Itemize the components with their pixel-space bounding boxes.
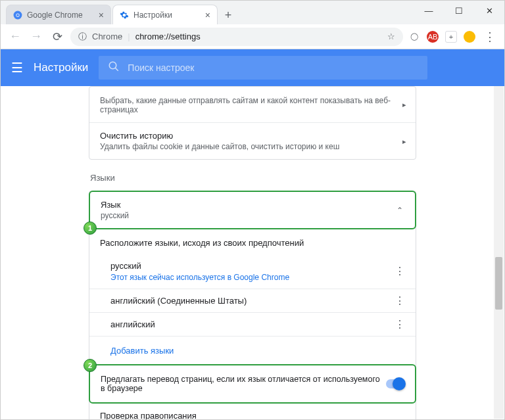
adblock-icon[interactable]: AB [427, 31, 439, 43]
star-icon[interactable]: ☆ [387, 32, 395, 41]
tab-close-icon[interactable]: × [205, 10, 210, 20]
scrollbar-thumb[interactable] [495, 257, 502, 310]
more-icon[interactable]: ⋮ [395, 323, 405, 326]
tab-settings[interactable]: Настройки × [112, 5, 218, 24]
svg-point-2 [16, 14, 19, 16]
tab-close-icon[interactable]: × [99, 10, 104, 20]
settings-search[interactable] [99, 56, 427, 80]
separator: | [128, 32, 130, 41]
language-item-russian: русский Этот язык сейчас используется в … [89, 254, 416, 289]
translate-offer-row: Предлагать перевод страниц, если их язык… [90, 365, 415, 402]
privacy-card: Выбрать, какие данные отправлять сайтам … [89, 86, 416, 160]
row-subtitle: Выбрать, какие данные отправлять сайтам … [100, 96, 405, 114]
language-expand-row[interactable]: Язык русский ⌃ [90, 192, 415, 228]
chrome-favicon [13, 11, 22, 20]
tab-title: Google Chrome [27, 11, 83, 20]
svg-point-3 [110, 62, 117, 69]
info-icon: ⓘ [78, 31, 87, 43]
reload-icon[interactable]: ⟳ [49, 29, 65, 45]
languages-card: Язык русский ⌃ 1 Расположите языки, исхо… [89, 191, 416, 419]
language-item-en: английский ⋮ [89, 313, 416, 337]
search-icon [108, 60, 120, 75]
plus-icon[interactable]: + [445, 31, 457, 43]
chevron-right-icon: ▸ [402, 101, 406, 109]
spellcheck-label: Проверка правописания [100, 411, 405, 419]
tab-title: Настройки [133, 11, 172, 20]
chevron-right-icon: ▸ [402, 137, 406, 145]
scrollbar[interactable] [494, 86, 504, 419]
language-label: Язык [101, 200, 404, 210]
translate-label: Предлагать перевод страниц, если их язык… [101, 375, 386, 393]
extension-icons: ◯ AB + ⋮ [408, 29, 498, 45]
spellcheck-row[interactable]: Проверка правописания русский ⌄ [89, 403, 416, 419]
chevron-down-icon: ⌄ [397, 417, 404, 420]
forward-icon[interactable]: → [28, 29, 44, 45]
lang-name: английский (Соединенные Штаты) [110, 296, 405, 306]
settings-header: ☰ Настройки [1, 49, 504, 86]
avatar-icon[interactable] [464, 31, 475, 43]
svg-line-4 [116, 68, 119, 71]
annotation-badge-2: 2 [84, 359, 97, 372]
language-value: русский [101, 211, 404, 220]
hamburger-icon[interactable]: ☰ [11, 60, 23, 76]
highlight-1: Язык русский ⌃ 1 [89, 191, 416, 229]
language-instruction: Расположите языки, исходя из своих предп… [89, 229, 416, 254]
gear-favicon [120, 11, 129, 20]
menu-icon[interactable]: ⋮ [482, 29, 498, 45]
search-input[interactable] [128, 62, 418, 73]
url-text: chrome://settings [135, 32, 201, 41]
more-icon[interactable]: ⋮ [395, 270, 405, 273]
address-bar[interactable]: ⓘ Chrome | chrome://settings ☆ [70, 28, 403, 46]
more-icon[interactable]: ⋮ [395, 300, 405, 302]
window-maximize[interactable]: ☐ [444, 1, 474, 20]
window-minimize[interactable]: — [414, 1, 444, 20]
annotation-badge-1: 1 [84, 222, 97, 235]
tab-google-chrome[interactable]: Google Chrome × [6, 5, 111, 24]
window-close[interactable]: ✕ [474, 1, 504, 20]
translate-toggle[interactable] [386, 379, 404, 388]
content-settings-row[interactable]: Выбрать, какие данные отправлять сайтам … [89, 87, 416, 123]
back-icon[interactable]: ← [7, 29, 23, 45]
lang-name: английский [110, 319, 405, 329]
new-tab-button[interactable]: + [219, 6, 237, 24]
yandex-icon[interactable]: ◯ [408, 31, 420, 43]
chevron-up-icon: ⌃ [397, 206, 403, 215]
highlight-2: Предлагать перевод страниц, если их язык… [89, 364, 416, 404]
url-scheme: Chrome [92, 32, 122, 41]
lang-note: Этот язык сейчас используется в Google C… [110, 273, 405, 282]
browser-toolbar: ← → ⟳ ⓘ Chrome | chrome://settings ☆ ◯ A… [1, 24, 504, 49]
lang-name: русский [110, 261, 405, 271]
row-subtitle: Удалить файлы cookie и данные сайтов, оч… [100, 142, 405, 151]
add-languages-link[interactable]: Добавить языки [89, 337, 416, 365]
languages-heading: Языки [90, 173, 416, 183]
content-area: Выбрать, какие данные отправлять сайтам … [1, 86, 504, 419]
clear-history-row[interactable]: Очистить историю Удалить файлы cookie и … [89, 123, 416, 159]
page-title: Настройки [34, 61, 88, 74]
row-title: Очистить историю [100, 131, 405, 141]
language-item-en-us: английский (Соединенные Штаты) ⋮ [89, 289, 416, 313]
